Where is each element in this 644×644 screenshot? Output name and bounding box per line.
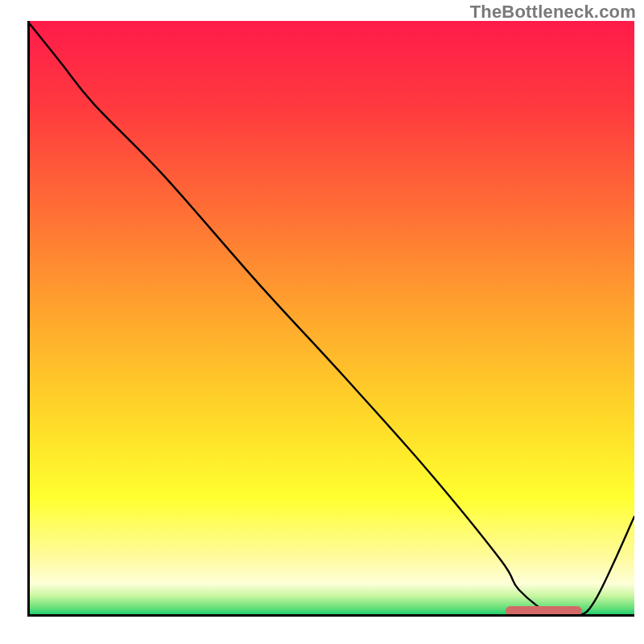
plot-area xyxy=(27,21,634,617)
gradient-rect xyxy=(27,21,634,617)
chart-frame: TheBottleneck.com xyxy=(0,0,644,644)
background-gradient xyxy=(27,21,634,617)
watermark-text: TheBottleneck.com xyxy=(470,2,636,23)
y-axis xyxy=(27,21,30,617)
x-axis xyxy=(27,614,634,617)
